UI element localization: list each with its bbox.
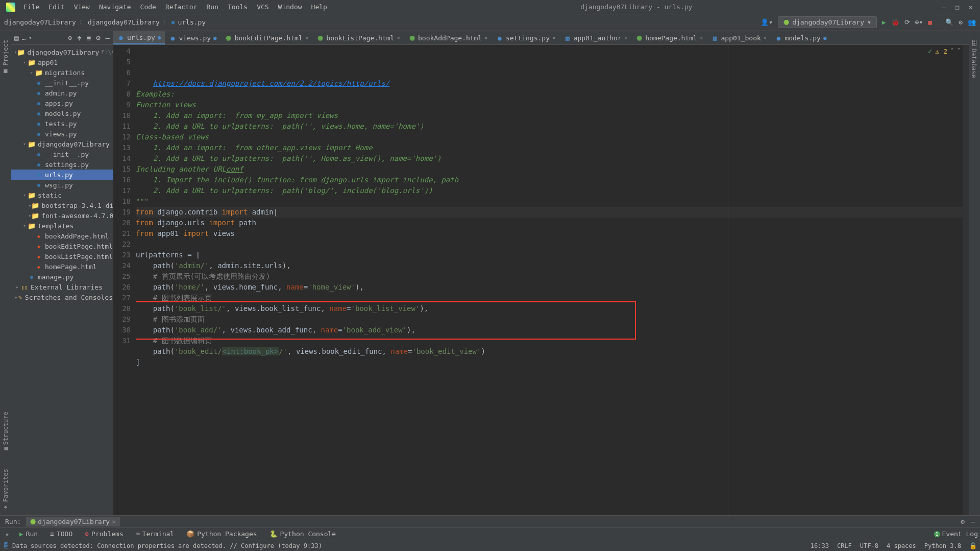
tree-item-settings-py[interactable]: ●settings.py (11, 159, 113, 170)
close-icon[interactable]: × (764, 35, 767, 41)
tree-item-bootstrap-3-4-1-dis[interactable]: ▸📁bootstrap-3.4.1-dis (11, 200, 113, 210)
problems-tool-tab[interactable]: ⊘Problems (80, 529, 128, 539)
indent-setting[interactable]: 4 spaces (887, 542, 916, 549)
tree-item-external-libraries[interactable]: ▸⫾⫾External Libraries (11, 282, 113, 292)
breadcrumb-item[interactable]: djangoday07Library (4, 18, 76, 26)
tree-item-booklistpage-html[interactable]: ◆bookListPage.html (11, 251, 113, 261)
close-icon[interactable]: × (624, 35, 628, 41)
code-line-11[interactable]: 2. Add a URL to urlpatterns: path('', Ho… (136, 153, 963, 164)
code-line-4[interactable]: https://docs.djangoproject.com/en/2.2/to… (136, 78, 963, 89)
avatar-icon[interactable]: 👥 (968, 18, 976, 26)
status-message[interactable]: 🗄 Data sources detected: Connection prop… (3, 542, 803, 549)
code-line-20[interactable]: urlpatterns = [ (136, 250, 963, 260)
python-console-tool-tab[interactable]: 🐍Python Console (264, 529, 341, 539)
code-line-24[interactable]: # 图书列表展示页 (136, 293, 963, 303)
tree-item-font-awesome-4-7-0[interactable]: ▸📁font-awesome-4.7.0 (11, 210, 113, 221)
tree-item-apps-py[interactable]: ●apps.py (11, 98, 113, 108)
coverage-button[interactable]: ⟳ (904, 18, 910, 26)
code-line-10[interactable]: 1. Add an import: from other_app.views i… (136, 142, 963, 153)
settings-icon[interactable]: ⚙ (959, 18, 963, 26)
editor-body[interactable]: 4567891011121314151617181920212223242526… (113, 45, 969, 515)
code-line-29[interactable]: path('book_edit/<int:book_pk>/', views.b… (136, 346, 963, 357)
menu-refactor[interactable]: Refactor (161, 1, 202, 13)
menu-navigate[interactable]: Navigate (95, 1, 135, 13)
close-icon[interactable]: × (305, 35, 309, 41)
code-line-7[interactable]: 1. Add an import: from my_app import vie… (136, 110, 963, 121)
tree-item-djangoday07library[interactable]: ▾📁djangoday07LibraryF:\A (11, 47, 113, 57)
code-line-6[interactable]: Function views (136, 100, 963, 110)
tree-item-tests-py[interactable]: ●tests.py (11, 118, 113, 129)
close-icon[interactable]: × (397, 35, 400, 41)
tree-item-urls-py[interactable]: ●urls.py (11, 170, 113, 180)
code-line-19[interactable] (136, 239, 963, 250)
run-tool-tab[interactable]: ▶Run (14, 529, 43, 539)
menu-run[interactable]: Run (203, 1, 223, 13)
menu-help[interactable]: Help (307, 1, 331, 13)
tree-item-bookaddpage-html[interactable]: ◆bookAddPage.html (11, 231, 113, 241)
breadcrumb-item[interactable]: urls.py (178, 18, 206, 26)
close-icon[interactable]: × (484, 35, 488, 41)
code-line-12[interactable]: Including another URLconf (136, 164, 963, 175)
tab-settings-py[interactable]: ●settings.py× (492, 31, 560, 44)
maximize-icon[interactable]: ❐ (955, 3, 959, 11)
tab-app01-author[interactable]: ▦app01_author× (560, 31, 632, 44)
inspection-widget[interactable]: ✓ ⚠ 2 ˄ ˅ (928, 47, 961, 55)
tab-bookaddpage-html[interactable]: ⬣bookAddPage.html× (404, 31, 492, 44)
close-icon[interactable]: ● (823, 35, 827, 41)
add-config-icon[interactable]: 👤▾ (761, 18, 773, 26)
python-packages-tool-tab[interactable]: 📦Python Packages (181, 529, 262, 539)
code-line-14[interactable]: 2. Add a URL to urlpatterns: path('blog/… (136, 185, 963, 196)
menu-vcs[interactable]: VCS (253, 1, 273, 13)
project-view-label[interactable]: … (21, 34, 26, 41)
menu-file[interactable]: File (19, 1, 43, 13)
star-icon[interactable]: ★ (2, 530, 12, 538)
code-line-25[interactable]: path('book_list/', views.book_list_func,… (136, 303, 963, 314)
tab-models-py[interactable]: ●models.py● (771, 31, 830, 44)
code-line-21[interactable]: path('admin/', admin.site.urls), (136, 260, 963, 271)
minimize-icon[interactable]: — (942, 3, 946, 11)
menu-view[interactable]: View (70, 1, 94, 13)
project-view-icon[interactable]: ▤ (14, 34, 18, 42)
code-line-17[interactable]: from django.urls import path (136, 218, 963, 228)
event-log-tool-tab[interactable]: 1Event Log (934, 530, 978, 538)
file-encoding[interactable]: UTF-8 (860, 542, 878, 549)
tree-item-djangoday07library[interactable]: ▾📁djangoday07Library (11, 139, 113, 149)
database-tool-tab[interactable]: 🗄Database (969, 36, 978, 515)
collapse-icon[interactable]: ≣ (87, 34, 91, 42)
project-tree[interactable]: ▾📁djangoday07LibraryF:\A▾📁app01▸📁migrati… (11, 45, 113, 304)
expand-icon[interactable]: ≑ (77, 34, 81, 42)
run-config-selector[interactable]: ⬣ djangoday07Library ▾ (778, 16, 877, 28)
tree-item-scratches-and-consoles[interactable]: ▸✎Scratches and Consoles (11, 292, 113, 302)
todo-tool-tab[interactable]: ≡TODO (45, 529, 78, 539)
close-icon[interactable]: ✕ (969, 3, 973, 11)
gear-icon[interactable]: ⚙ (96, 34, 100, 42)
tab-bookeditpage-html[interactable]: ⬣bookEditPage.html× (221, 31, 313, 44)
tab-booklistpage-html[interactable]: ⬣bookListPage.html× (312, 31, 404, 44)
code-line-26[interactable]: # 图书添加页面 (136, 314, 963, 325)
chevron-up-icon[interactable]: ˄ (950, 47, 954, 55)
tree-item-homepage-html[interactable]: ◆homePage.html (11, 261, 113, 272)
tree-item--init-py[interactable]: ●__init__.py (11, 78, 113, 88)
code-line-18[interactable]: from app01 import views (136, 228, 963, 239)
tree-item-models-py[interactable]: ●models.py (11, 108, 113, 118)
code-line-8[interactable]: 2. Add a URL to urlpatterns: path('', vi… (136, 121, 963, 132)
tree-item--init-py[interactable]: ●__init__.py (11, 149, 113, 159)
code-line-30[interactable]: ] (136, 357, 963, 368)
line-separator[interactable]: CRLF (837, 542, 852, 549)
code-area[interactable]: https://docs.djangoproject.com/en/2.2/to… (136, 45, 963, 515)
code-line-27[interactable]: path('book_add/', views.book_add_func, n… (136, 325, 963, 336)
menu-edit[interactable]: Edit (44, 1, 68, 13)
tab-app01-book[interactable]: ▦app01_book× (707, 31, 771, 44)
code-line-22[interactable]: # 首页展示(可以考虑使用路由分发) (136, 271, 963, 282)
search-icon[interactable]: 🔍 (945, 18, 953, 26)
chevron-down-icon[interactable]: ▾ (29, 35, 32, 40)
tab-homepage-html[interactable]: ⬣homePage.html× (631, 31, 707, 44)
code-line-5[interactable]: Examples: (136, 89, 963, 100)
hide-icon[interactable]: — (106, 34, 110, 42)
code-line-23[interactable]: path('home/', views.home_func, name='hom… (136, 282, 963, 293)
debug-button[interactable]: 🐞 (891, 18, 899, 26)
tree-item-static[interactable]: ▾📁static (11, 190, 113, 200)
tree-item-app01[interactable]: ▾📁app01 (11, 57, 113, 67)
tab-urls-py[interactable]: ●urls.py● (113, 31, 165, 44)
favorites-tool-tab[interactable]: ★Favorites (1, 465, 10, 515)
